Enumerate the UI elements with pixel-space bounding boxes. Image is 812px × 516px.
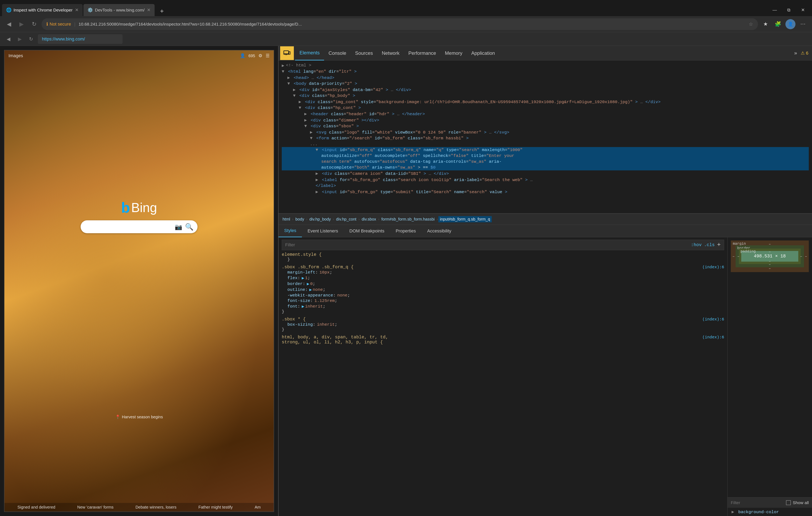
reload-button[interactable]: ↻ bbox=[29, 19, 39, 29]
tab-styles[interactable]: Styles bbox=[279, 225, 302, 237]
dom-line-comment[interactable]: ▶ <!- html > bbox=[282, 62, 809, 69]
dom-line-hp-cont[interactable]: ▼ <div class="hp_cont" > bbox=[282, 105, 809, 111]
new-tab-button[interactable]: + bbox=[156, 6, 168, 16]
device-toggle-icon[interactable] bbox=[280, 46, 294, 60]
tab-label-1: Inspect with Chrome Developer bbox=[13, 8, 72, 12]
back-button[interactable]: ◀ bbox=[4, 19, 14, 29]
win-close-button[interactable]: ✕ bbox=[796, 4, 810, 16]
dom-line-ajax[interactable]: ▶ <div id="ajaxStyles" data-bm="42" > … … bbox=[282, 87, 809, 93]
styles-right: margin – border – padding – bbox=[727, 237, 812, 516]
tab-performance[interactable]: Performance bbox=[404, 46, 440, 60]
add-style-button[interactable]: + bbox=[717, 241, 721, 248]
dom-line-label-close: </label> bbox=[282, 183, 809, 189]
tab-2[interactable]: ⚙️ DevTools - www.bing.com/ ✕ bbox=[83, 4, 154, 16]
tab-close-1[interactable]: ✕ bbox=[75, 7, 79, 13]
not-secure-label: Not secure bbox=[50, 22, 71, 27]
breadcrumb-html[interactable]: html bbox=[281, 216, 292, 222]
more-tabs-button[interactable]: » bbox=[791, 48, 801, 58]
extensions-icon[interactable]: 🧩 bbox=[773, 19, 783, 29]
bg-color-label: background-color bbox=[738, 510, 779, 514]
tab-close-2[interactable]: ✕ bbox=[147, 7, 150, 13]
forward-button[interactable]: ▶ bbox=[17, 19, 27, 29]
dom-line-head[interactable]: ▶ <head> … </head> bbox=[282, 74, 809, 81]
filter-hov-button[interactable]: :hov bbox=[691, 242, 701, 247]
url-separator: | bbox=[74, 22, 76, 27]
bg-color-section[interactable]: ▶ background-color bbox=[728, 508, 812, 516]
warning-badge[interactable]: ⚠ 6 bbox=[801, 51, 808, 56]
breadcrumb-hp-body[interactable]: div.hp_body bbox=[308, 216, 332, 222]
url2-text[interactable]: https://www.bing.com/ bbox=[42, 36, 85, 42]
dom-line-dimmer[interactable]: ▶ <div class="dimmer" ></div> bbox=[282, 117, 809, 123]
tab-elements[interactable]: Elements bbox=[295, 46, 324, 60]
dom-line-input-selected[interactable]: ▼ <input id="sb_form_q" class="sb_form_q… bbox=[282, 147, 809, 153]
css-source-3[interactable]: (index):6 bbox=[702, 335, 724, 340]
css-source-2[interactable]: (index):6 bbox=[702, 317, 724, 322]
dom-line-hp-body[interactable]: ▼ <div class="hp_body" > bbox=[282, 93, 809, 99]
bing-search-input[interactable] bbox=[85, 224, 175, 230]
breadcrumb-form[interactable]: form#sb_form.sb_form.hassbi bbox=[380, 216, 436, 222]
dom-line-camera[interactable]: ▶ <div class="camera icon" data-iid="SBI… bbox=[282, 171, 809, 177]
bing-bottom-0[interactable]: Signed and delivered bbox=[17, 505, 55, 510]
filter-bottom-input[interactable] bbox=[731, 500, 786, 505]
tab-application[interactable]: Application bbox=[467, 46, 499, 60]
menu-icon[interactable]: ⋯ bbox=[798, 19, 808, 29]
address-box[interactable]: ℹ Not secure | 10.68.241.216:50080/msedg… bbox=[41, 18, 758, 30]
forward-button2[interactable]: ▶ bbox=[15, 35, 24, 43]
dom-line-submit[interactable]: ▶ <input id="sb_form_go" type="submit" t… bbox=[282, 189, 809, 195]
dom-line-img-cont[interactable]: ▶ <div class="img_cont" style="backgroun… bbox=[282, 99, 809, 105]
address-box2[interactable]: https://www.bing.com/ bbox=[38, 34, 122, 44]
dom-tree[interactable]: ▶ <!- html > ▼ <html lang="en" dir="ltr"… bbox=[279, 60, 812, 213]
dom-line-sbox[interactable]: ▼ <div class="sbox" > bbox=[282, 123, 809, 129]
dom-line-form[interactable]: ▼ <form action="/search" id="sb_form" cl… bbox=[282, 135, 809, 141]
tab-network[interactable]: Network bbox=[377, 46, 404, 60]
breadcrumb-body[interactable]: body bbox=[294, 216, 306, 222]
tab-event-listeners[interactable]: Event Listeners bbox=[302, 225, 344, 237]
css-rule-sbox-star: .sbox * { (index):6 box-sizing: inherit;… bbox=[282, 317, 724, 332]
styles-tabs: Styles Event Listeners DOM Breakpoints P… bbox=[279, 225, 812, 237]
filter-cls-button[interactable]: .cls bbox=[704, 242, 715, 247]
tab-properties[interactable]: Properties bbox=[390, 225, 422, 237]
bing-bottom-2[interactable]: Debate winners, losers bbox=[136, 505, 176, 510]
tab-dom-breakpoints[interactable]: DOM Breakpoints bbox=[344, 225, 390, 237]
bookmark-icon[interactable]: ☆ bbox=[749, 21, 753, 27]
breadcrumb-hp-cont[interactable]: div.hp_cont bbox=[335, 216, 358, 222]
reload-button2[interactable]: ↻ bbox=[27, 35, 35, 43]
bing-search-box[interactable]: 📷 🔍 bbox=[81, 220, 198, 233]
win-minimize-button[interactable]: — bbox=[768, 4, 782, 16]
bing-search-icon[interactable]: 🔍 bbox=[185, 223, 194, 231]
tab-1[interactable]: 🌐 Inspect with Chrome Developer ✕ bbox=[2, 4, 83, 16]
back-button2[interactable]: ◀ bbox=[4, 35, 13, 43]
tab-memory[interactable]: Memory bbox=[440, 46, 467, 60]
main-area: Images 👤 695 ⚙ ☰ b Bing 📷 🔍 bbox=[0, 46, 812, 516]
dom-line-label[interactable]: ▶ <label for="sb_form_go" class="search … bbox=[282, 177, 809, 183]
win-restore-button[interactable]: ⧉ bbox=[782, 4, 796, 16]
svg-rect-1 bbox=[289, 52, 290, 54]
bing-menu-icon[interactable]: ☰ bbox=[266, 53, 270, 58]
bing-profile-icon[interactable]: 👤 bbox=[240, 53, 245, 58]
bing-bottom-1[interactable]: New 'caravan' forms bbox=[77, 505, 113, 510]
tab-accessibility[interactable]: Accessibility bbox=[422, 225, 457, 237]
checkbox-icon[interactable] bbox=[786, 500, 791, 505]
breadcrumb-input[interactable]: input#sb_form_q.sb_form_q bbox=[438, 216, 492, 222]
dom-line-svg[interactable]: ▶ <svg class="logo" fill="white" viewBox… bbox=[282, 129, 809, 135]
bing-settings-icon[interactable]: ⚙ bbox=[258, 53, 262, 58]
bing-images-link[interactable]: Images bbox=[8, 53, 23, 58]
dom-line-body[interactable]: ▼ <body data-priority="2" > bbox=[282, 81, 809, 87]
tab-sources[interactable]: Sources bbox=[351, 46, 377, 60]
bing-bottom-4[interactable]: Am bbox=[255, 505, 261, 510]
bing-bottom-3[interactable]: Father might testify bbox=[199, 505, 233, 510]
collections-icon[interactable]: ★ bbox=[760, 19, 771, 29]
dom-line-html[interactable]: ▼ <html lang="en" dir="ltr" > bbox=[282, 69, 809, 74]
bing-camera-icon[interactable]: 📷 bbox=[175, 223, 182, 231]
url-text[interactable]: 10.68.241.216:50080/msedge/7164/devtools… bbox=[79, 22, 746, 27]
breadcrumb-bar: html › body › div.hp_body › div.hp_cont … bbox=[279, 213, 812, 225]
styles-content: :hov .cls + element.style { } bbox=[279, 237, 812, 516]
expand-arrow[interactable]: ▶ bbox=[732, 510, 734, 514]
breadcrumb-sbox[interactable]: div.sbox bbox=[360, 216, 378, 222]
styles-filter-input[interactable] bbox=[285, 242, 691, 247]
profile-icon[interactable]: 👤 bbox=[785, 19, 795, 29]
show-all-checkbox[interactable]: Show all bbox=[786, 500, 809, 505]
dom-line-header[interactable]: ▶ <header class="header" id="hdr" > … </… bbox=[282, 111, 809, 117]
tab-console[interactable]: Console bbox=[324, 46, 351, 60]
css-source-1[interactable]: (index):6 bbox=[702, 265, 724, 270]
